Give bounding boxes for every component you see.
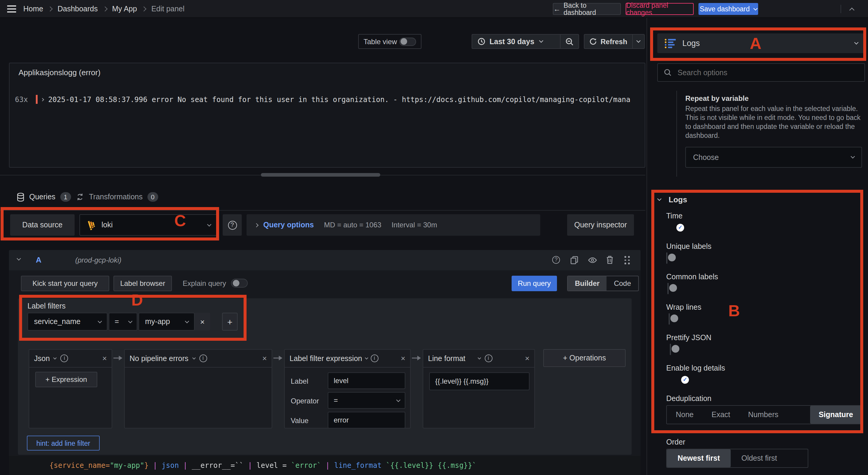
order-radio-group: Newest first Oldest first	[666, 449, 808, 468]
collapse-chevron-icon[interactable]	[849, 8, 855, 13]
breadcrumb-home[interactable]: Home	[23, 5, 43, 13]
add-filter-button[interactable]: +	[222, 313, 238, 330]
remove-operation-icon[interactable]: ×	[525, 354, 529, 363]
operation-title[interactable]: Json	[34, 354, 50, 362]
info-icon[interactable]: i	[199, 354, 207, 362]
info-icon[interactable]: i	[485, 354, 492, 362]
zoom-out-button[interactable]	[561, 35, 579, 48]
dedup-option-exact[interactable]: Exact	[703, 406, 739, 424]
order-option-newest-first[interactable]: Newest first	[667, 449, 731, 467]
log-row[interactable]: 63x 2025-01-17 08:58:37.996 error No sea…	[15, 95, 630, 104]
chevron-down-icon[interactable]	[54, 356, 57, 359]
log-expand-chevron-icon[interactable]	[40, 98, 44, 101]
chevron-down-icon[interactable]	[753, 6, 757, 10]
repeat-by-variable-description: Repeat this panel for each value in the …	[685, 104, 864, 140]
breadcrumb-my-app[interactable]: My App	[112, 5, 137, 13]
lfe-operator-select[interactable]: =	[328, 392, 405, 409]
refresh-interval-button[interactable]	[632, 35, 644, 48]
chevron-down-icon[interactable]	[192, 356, 195, 359]
search-options-box[interactable]	[657, 63, 865, 82]
hint-add-line-filter-button[interactable]: hint: add line filter	[27, 436, 100, 450]
hide-query-eye-icon[interactable]	[588, 256, 597, 264]
remove-operation-icon[interactable]: ×	[401, 354, 405, 363]
query-segment: __error__=``	[192, 461, 244, 470]
time-range-button[interactable]: Last 30 days	[472, 35, 560, 48]
duplicate-query-icon[interactable]	[570, 256, 579, 264]
operation-title[interactable]: Line format	[428, 354, 465, 362]
logs-section-chevron-icon[interactable]	[657, 197, 661, 201]
refresh-icon	[589, 38, 597, 45]
transformations-count-badge: 0	[148, 192, 158, 202]
repeat-choose-select[interactable]: Choose	[685, 147, 862, 168]
add-expression-button[interactable]: + Expression	[35, 372, 97, 387]
line-format-input[interactable]: {{.level}} {{.msg}}	[429, 372, 529, 390]
search-options-input[interactable]	[676, 68, 843, 77]
kick-start-query-button[interactable]: Kick start your query	[21, 276, 109, 291]
dedup-option-signature[interactable]: Signature	[810, 406, 862, 424]
operation-no-pipeline-errors: No pipeline errors i ×	[124, 349, 272, 429]
remove-filter-button[interactable]: ×	[195, 313, 210, 330]
table-view-toggle[interactable]	[399, 37, 416, 46]
breadcrumb-edit-panel: Edit panel	[151, 5, 184, 13]
tab-queries[interactable]: Queries 1	[17, 192, 71, 202]
wrap-lines-toggle[interactable]	[669, 313, 670, 325]
tab-transformations[interactable]: Transformations 0	[76, 192, 158, 202]
query-options-bar[interactable]: Query options MD = auto = 1063 Interval …	[247, 214, 540, 236]
filter-value-select[interactable]: my-app	[138, 313, 195, 330]
query-row-header[interactable]: A (prod-gcp-loki) ?	[9, 250, 641, 270]
delete-query-trash-icon[interactable]	[606, 255, 614, 264]
remove-operation-icon[interactable]: ×	[102, 354, 107, 363]
lfe-value-input[interactable]: error	[328, 412, 405, 429]
toggle-label-enable-log-details: Enable log details	[666, 364, 725, 372]
explain-query-label: Explain query	[183, 279, 226, 288]
filter-label-select[interactable]: service_name	[27, 313, 107, 330]
hamburger-menu-icon[interactable]	[7, 5, 16, 12]
chevron-down-icon	[128, 319, 132, 323]
chevron-down-icon[interactable]	[365, 356, 368, 359]
breadcrumb-dashboards[interactable]: Dashboards	[58, 5, 98, 13]
explain-query-toggle[interactable]	[231, 279, 248, 288]
remove-operation-icon[interactable]: ×	[262, 354, 267, 363]
refresh-button[interactable]: Refresh	[584, 35, 632, 48]
add-operations-button[interactable]: + Operations	[543, 349, 626, 367]
query-segment: level =	[256, 461, 291, 470]
chevron-down-icon[interactable]	[477, 356, 480, 359]
lfe-label-input[interactable]: level	[328, 372, 405, 389]
code-mode-option[interactable]: Code	[607, 276, 638, 291]
builder-mode-option[interactable]: Builder	[568, 276, 607, 291]
info-icon[interactable]: i	[370, 354, 378, 362]
table-view-label: Table view	[364, 37, 397, 46]
filter-operator-select[interactable]: =	[108, 313, 137, 330]
common-labels-toggle[interactable]	[668, 283, 669, 294]
options-pane-splitter[interactable]	[647, 18, 647, 475]
operation-title[interactable]: Label filter expression	[289, 354, 362, 362]
save-dashboard-button[interactable]: Save dashboard	[699, 3, 758, 15]
toggle-label-common-labels: Common labels	[666, 273, 718, 281]
run-query-button[interactable]: Run query	[512, 276, 557, 291]
operation-title[interactable]: No pipeline errors	[129, 354, 188, 362]
query-segment: |	[244, 461, 256, 470]
logs-section-title[interactable]: Logs	[669, 195, 687, 204]
prettify-json-toggle[interactable]	[670, 344, 671, 355]
query-segment: `{{.level}} {{.msg}}`	[386, 461, 476, 470]
label-browser-button[interactable]: Label browser	[114, 276, 172, 291]
query-help-icon[interactable]: ?	[552, 256, 560, 264]
dedup-option-numbers[interactable]: Numbers	[739, 406, 787, 424]
lfe-value-key: Value	[291, 416, 309, 425]
query-ref-id[interactable]: A	[36, 255, 41, 264]
unique-labels-toggle[interactable]	[666, 252, 668, 264]
query-collapse-chevron-icon[interactable]	[17, 256, 21, 260]
back-to-dashboard-button[interactable]: ← Back to dashboard	[553, 3, 621, 15]
datasource-help-button[interactable]: ?	[223, 214, 242, 236]
resize-drag-handle[interactable]	[261, 173, 380, 177]
order-option-oldest-first[interactable]: Oldest first	[731, 449, 788, 467]
database-icon	[17, 192, 25, 201]
info-icon[interactable]: i	[61, 354, 68, 362]
visualization-value: Logs	[682, 39, 700, 48]
datasource-picker[interactable]: loki	[80, 214, 218, 236]
dedup-option-none[interactable]: None	[667, 406, 703, 424]
discard-panel-changes-button[interactable]: Discard panel changes	[626, 3, 694, 15]
query-inspector-button[interactable]: Query inspector	[567, 214, 634, 236]
annotation-letter-b: B	[728, 302, 740, 320]
time-picker: Last 30 days	[472, 34, 579, 49]
